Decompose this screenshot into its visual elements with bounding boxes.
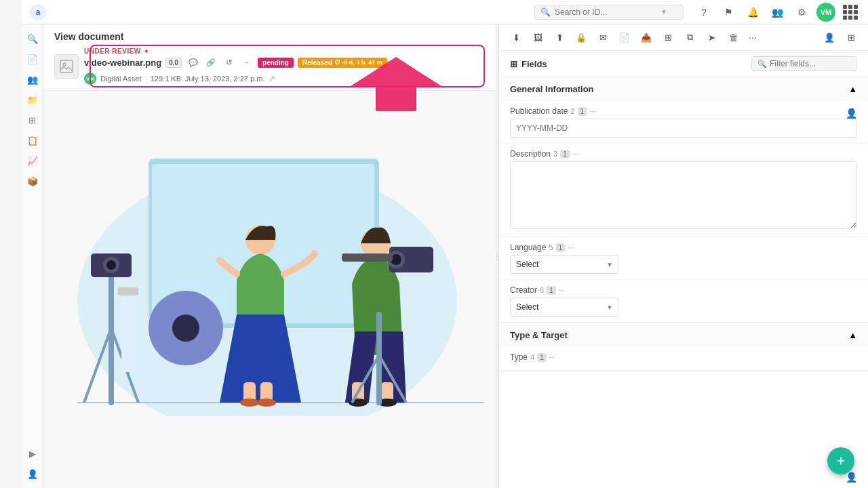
bell-icon[interactable]: 🔔 bbox=[743, 3, 762, 22]
arrow-svg bbox=[335, 50, 471, 131]
doc-actions: 💬 🔗 ↺ → bbox=[186, 55, 254, 70]
left-search-icon[interactable]: 🔍 bbox=[24, 30, 41, 47]
fields-title: ⊞ Fields bbox=[510, 59, 547, 69]
doc-illustration bbox=[43, 91, 491, 416]
svg-point-19 bbox=[240, 399, 259, 407]
main-area: 🔍 📄 👥 📁 ⊞ 📋 📈 📦 ▶ 👤 View document bbox=[22, 24, 868, 488]
section-collapse-icon: ▲ bbox=[848, 84, 857, 94]
language-row: Language 5 1 ··· Select English French G… bbox=[499, 237, 868, 280]
search-icon: 🔍 bbox=[540, 7, 551, 17]
drag-handle[interactable] bbox=[496, 24, 498, 488]
field-more-btn[interactable]: ··· bbox=[549, 353, 555, 361]
field-more-btn[interactable]: ··· bbox=[559, 286, 565, 294]
svg-point-20 bbox=[257, 399, 276, 407]
type-target-header[interactable]: Type & Target ▲ bbox=[499, 323, 868, 347]
left-widgets-icon[interactable]: ⊞ bbox=[24, 111, 41, 129]
comment-btn[interactable]: 💬 bbox=[186, 55, 201, 70]
left-expand-icon[interactable]: ▶ bbox=[24, 445, 41, 462]
topbar: a 🔍 ▼ ? ⚑ 🔔 👥 ⚙ VM bbox=[22, 0, 868, 24]
doc-image-area bbox=[43, 91, 496, 488]
language-select[interactable]: Select English French German Spanish bbox=[510, 255, 618, 274]
type-label: Type 4 1 ··· bbox=[510, 352, 857, 362]
creator-label: Creator 6 1 ··· bbox=[510, 285, 857, 295]
description-textarea[interactable] bbox=[510, 161, 857, 229]
field-more-btn[interactable]: ··· bbox=[589, 107, 595, 115]
right-panel: ⬇ 🖼 ⬆ 🔒 ✉ 📄 📤 ⊞ ⧉ ➤ 🗑 ··· 👤 ⊞ ⊞ Fields bbox=[498, 24, 868, 488]
right-toolbar: ⬇ 🖼 ⬆ 🔒 ✉ 📄 📤 ⊞ ⧉ ➤ 🗑 ··· 👤 ⊞ bbox=[499, 24, 868, 51]
fab-add-button[interactable]: + bbox=[827, 447, 854, 474]
help-icon[interactable]: ? bbox=[694, 3, 713, 22]
toolbar-send-btn[interactable]: ➤ bbox=[703, 28, 720, 46]
left-box-icon[interactable]: 📦 bbox=[24, 172, 41, 190]
user-avatar[interactable]: VM bbox=[816, 3, 835, 22]
person-btn[interactable]: 👤 bbox=[846, 108, 857, 119]
svg-rect-0 bbox=[60, 60, 73, 73]
toolbar-more-btn[interactable]: ··· bbox=[746, 30, 760, 44]
left-settings-icon[interactable]: 👤 bbox=[24, 465, 41, 483]
team-icon[interactable]: 👥 bbox=[768, 3, 787, 22]
grid-apps-icon[interactable] bbox=[841, 3, 860, 22]
creator-select[interactable]: Select User 1 User 2 User 3 bbox=[510, 298, 618, 317]
arrow-btn[interactable]: → bbox=[239, 55, 254, 70]
creator-select-wrapper: Select User 1 User 2 User 3 ▼ bbox=[510, 298, 618, 317]
settings-icon[interactable]: ⚙ bbox=[792, 3, 811, 22]
toolbar-grid-btn[interactable]: ⊞ bbox=[659, 28, 677, 46]
toolbar-lock-btn[interactable]: 🔒 bbox=[572, 28, 590, 46]
page-title: View document bbox=[54, 31, 485, 42]
general-information-section: General Information ▲ 👤 Publication date… bbox=[499, 77, 868, 323]
section2-collapse-icon: ▲ bbox=[848, 330, 857, 340]
field-more-btn[interactable]: ··· bbox=[568, 243, 574, 251]
logo[interactable]: a bbox=[30, 4, 46, 20]
toolbar-copy-btn[interactable]: ⧉ bbox=[681, 28, 698, 46]
fields-search-input[interactable] bbox=[770, 59, 851, 68]
publication-date-label: Publication date 2 1 ··· bbox=[510, 106, 857, 116]
left-users-icon[interactable]: 👥 bbox=[24, 70, 41, 88]
svg-point-26 bbox=[349, 399, 368, 407]
left-doc-icon[interactable]: 📄 bbox=[24, 50, 41, 68]
search-bar[interactable]: 🔍 ▼ bbox=[534, 5, 684, 20]
toolbar-expand-btn[interactable]: ⊞ bbox=[842, 28, 860, 46]
refresh-btn[interactable]: ↺ bbox=[221, 55, 236, 70]
left-report-icon[interactable]: 📋 bbox=[24, 131, 41, 149]
bottom-right-settings-icon[interactable]: 👤 bbox=[846, 472, 857, 483]
general-information-title: General Information bbox=[510, 84, 594, 94]
doc-user-info: Digital Asset · 129.1 KB bbox=[100, 75, 181, 83]
description-row: Description 3 1 ··· bbox=[499, 144, 868, 237]
svg-rect-31 bbox=[342, 253, 393, 262]
toolbar-person-settings-btn[interactable]: 👤 bbox=[821, 28, 838, 46]
left-folder-icon[interactable]: 📁 bbox=[24, 91, 41, 108]
toolbar-file-btn[interactable]: 📄 bbox=[616, 28, 633, 46]
svg-marker-3 bbox=[349, 57, 443, 111]
left-analytics-icon[interactable]: 📈 bbox=[24, 152, 41, 169]
toolbar-delete-btn[interactable]: 🗑 bbox=[724, 28, 742, 46]
svg-point-13 bbox=[106, 260, 116, 270]
search-dropdown-icon[interactable]: ▼ bbox=[660, 8, 667, 16]
version-badge: 0.0 bbox=[165, 58, 182, 68]
creator-row: Creator 6 1 ··· Select User 1 User 2 Use… bbox=[499, 280, 868, 323]
svg-rect-14 bbox=[121, 291, 135, 372]
toolbar-image-btn[interactable]: 🖼 bbox=[529, 28, 547, 46]
publication-date-input[interactable] bbox=[510, 119, 857, 138]
fields-header: ⊞ Fields 🔍 bbox=[499, 51, 868, 77]
toolbar-download-btn[interactable]: ⬇ bbox=[507, 28, 525, 46]
field-more-btn[interactable]: ··· bbox=[572, 150, 578, 158]
logo-icon: a bbox=[30, 4, 46, 20]
general-information-header[interactable]: General Information ▲ bbox=[499, 77, 868, 101]
fields-search[interactable]: 🔍 bbox=[751, 56, 857, 71]
svg-point-22 bbox=[172, 314, 199, 342]
left-panel: 🔍 📄 👥 📁 ⊞ 📋 📈 📦 ▶ 👤 bbox=[22, 24, 43, 488]
language-label: Language 5 1 ··· bbox=[510, 243, 857, 252]
status-pending-badge: pending bbox=[258, 58, 294, 68]
type-row: Type 4 1 ··· bbox=[499, 347, 868, 371]
publication-date-row: 👤 Publication date 2 1 ··· bbox=[499, 101, 868, 144]
toolbar-upload-btn[interactable]: ⬆ bbox=[551, 28, 568, 46]
copy-link-btn[interactable]: 🔗 bbox=[203, 55, 218, 70]
search-input[interactable] bbox=[555, 7, 656, 17]
toolbar-export-btn[interactable]: 📤 bbox=[637, 28, 655, 46]
toolbar-email-btn[interactable]: ✉ bbox=[594, 28, 612, 46]
fields-icon: ⊞ bbox=[510, 59, 517, 69]
doc-user-avatar: VM bbox=[84, 73, 96, 85]
doc-date: July 13, 2023, 2:27 p.m. bbox=[185, 75, 264, 83]
topbar-icons: ? ⚑ 🔔 👥 ⚙ VM bbox=[694, 3, 860, 22]
flag-icon[interactable]: ⚑ bbox=[719, 3, 738, 22]
